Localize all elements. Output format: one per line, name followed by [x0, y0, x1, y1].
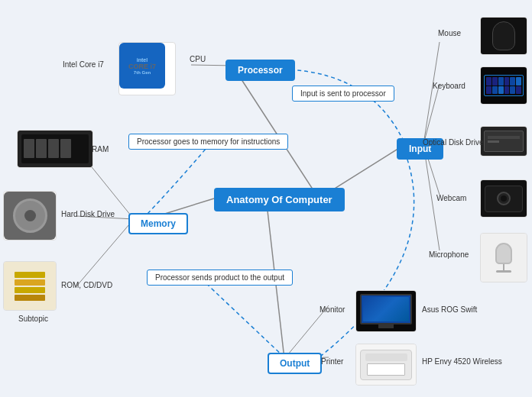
- hdd-device: [4, 192, 56, 240]
- mouse-label: Mouse: [438, 29, 461, 37]
- cpu-label: CPU: [190, 55, 206, 63]
- ram-device: [18, 131, 92, 167]
- svg-line-12: [76, 219, 134, 286]
- ram-label: RAM: [92, 145, 109, 153]
- webcam-label: Webcam: [436, 194, 466, 202]
- webcam-device: [481, 180, 527, 217]
- optical-device: [481, 127, 527, 156]
- svg-line-5: [423, 42, 440, 144]
- microphone-label: Microphone: [429, 250, 469, 259]
- subtopic-label: Subtopic: [18, 315, 48, 323]
- center-node: Anatomy Of Computer: [214, 188, 345, 211]
- monitor-image: [355, 290, 417, 332]
- printer-device: [356, 344, 416, 385]
- mind-map: Anatomy Of Computer Processor CPU Intel …: [0, 0, 532, 397]
- keyboard-image: [480, 66, 527, 105]
- rom-device: [4, 262, 56, 310]
- rom-image: [3, 261, 57, 311]
- printer-image: [355, 344, 417, 386]
- optical-image: [480, 126, 527, 157]
- memory-node[interactable]: Memory: [128, 213, 188, 234]
- processor-output-label: Processor sends product to the output: [147, 270, 293, 286]
- intel-label: Intel Core i7: [63, 60, 104, 69]
- keyboard-label: Keyboard: [433, 82, 466, 90]
- mouse-device: [481, 18, 527, 54]
- rom-label: ROM, CD/DVD: [61, 281, 112, 289]
- monitor-label: Monitor: [320, 305, 345, 314]
- ram-image: [17, 130, 93, 168]
- processor-node[interactable]: Processor: [225, 60, 295, 81]
- hdd-label: Hard Disk Drive: [61, 210, 115, 218]
- input-sent-label: Input is sent to processor: [292, 86, 394, 102]
- cpu-device: intel CORE i7 7th Gen: [119, 43, 165, 89]
- printer-label: Printer: [321, 357, 343, 366]
- processor-memory-label: Processor goes to memory for instruction…: [128, 134, 288, 150]
- hp-label: HP Envy 4520 Wireless: [422, 357, 502, 366]
- hdd-image: [3, 191, 57, 240]
- microphone-image: [480, 233, 527, 282]
- webcam-image: [480, 179, 527, 218]
- cpu-image: intel CORE i7 7th Gen: [118, 42, 176, 95]
- svg-line-6: [423, 84, 440, 144]
- optical-label: Optical Disk Drive: [423, 138, 483, 147]
- monitor-device: [356, 291, 416, 331]
- microphone-device: [481, 234, 527, 282]
- keyboard-device: [481, 67, 527, 104]
- output-node[interactable]: Output: [268, 353, 322, 374]
- asus-label: Asus ROG Swift: [422, 305, 477, 314]
- mouse-image: [480, 17, 527, 55]
